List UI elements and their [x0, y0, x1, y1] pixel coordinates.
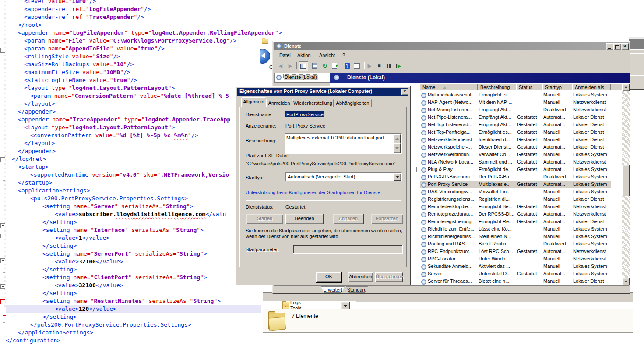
- table-row[interactable]: NAP-Agent (Netwo...Mit dem NAP-...Manuel…: [420, 99, 611, 106]
- fortsetzen-button[interactable]: Fortsetzen: [371, 214, 403, 224]
- table-cell: Gestartet: [516, 210, 542, 218]
- bottom-tab-standard[interactable]: Standard: [346, 286, 368, 293]
- menu-datei[interactable]: Datei: [278, 52, 292, 59]
- beschreibung-textarea[interactable]: Multiplexes external TCP/IP data on loca…: [285, 133, 402, 154]
- toolbar-forward-button[interactable]: ►: [286, 61, 295, 70]
- uebernehmen-button[interactable]: Übernehmen: [375, 272, 403, 282]
- toolbar-back-button[interactable]: ◄: [276, 61, 285, 70]
- toolbar-pause-button[interactable]: [384, 61, 393, 70]
- table-row[interactable]: Sekundäre Anmeld...Aktiviert das ...Manu…: [420, 263, 611, 270]
- table-row[interactable]: Remotedesktopdie...Ermöglicht Be...Gesta…: [420, 203, 611, 210]
- service-name-cell: Port Proxy Service: [420, 181, 478, 188]
- table-row[interactable]: Net.Pipe-Listenera...Empfängt Akt...Gest…: [420, 114, 611, 121]
- tab-allgemein[interactable]: Allgemein: [241, 97, 266, 107]
- table-row[interactable]: PnP-X-IP-Busenum...Der PnP-X-Bu...Deakti…: [420, 173, 611, 181]
- scroll-down-button[interactable]: [622, 278, 630, 285]
- table-cell: Lokales System: [572, 91, 611, 99]
- startparameter-input[interactable]: [293, 245, 403, 254]
- fold-collapse-icon[interactable]: [0, 157, 5, 162]
- toolbar-window-button[interactable]: [352, 61, 361, 70]
- fold-collapse-icon[interactable]: [0, 48, 5, 53]
- table-row[interactable]: Plug & PlayErmöglicht de...GestartetAuto…: [420, 166, 611, 173]
- folder-item-label[interactable]: Logs: [290, 301, 301, 305]
- table-row[interactable]: Server für Threads...Bietet eine n...Man…: [420, 277, 611, 285]
- tab-anmelden[interactable]: Anmelden: [266, 99, 292, 107]
- table-row[interactable]: Net.Tcp-Portfreiga...Ermöglicht es...Ges…: [420, 128, 611, 136]
- table-row[interactable]: Richtlinienergebniss...Stellt einen N...…: [420, 233, 611, 240]
- code-token: <appender: [18, 29, 49, 36]
- close-button[interactable]: ×: [621, 43, 629, 50]
- starten-button[interactable]: Starten: [246, 214, 283, 224]
- minimize-button[interactable]: [606, 43, 614, 50]
- anhalten-button[interactable]: Anhalten: [333, 214, 364, 224]
- table-row[interactable]: NetzwerklistendienstIdentifiziert d...Ge…: [420, 136, 611, 143]
- maximize-button[interactable]: [613, 43, 621, 50]
- beschreibung-scroll-down[interactable]: [394, 143, 401, 153]
- table-row[interactable]: RAS-Verbindungsv...Verwaltet Ein...Manue…: [420, 188, 611, 196]
- ok-button[interactable]: OK: [316, 272, 341, 282]
- table-row[interactable]: Netzwerkverbindun...Verwaltet Ob...Gesta…: [420, 151, 611, 158]
- table-row[interactable]: Registrierungsdiens...Registriert di...M…: [420, 196, 611, 203]
- table-row[interactable]: Multimediaklassenpl...Ermöglicht ei...Ma…: [420, 91, 611, 99]
- toolbar-restart-button[interactable]: ▶: [394, 61, 403, 70]
- table-row[interactable]: Net.Tcp-Listenerad...Empfängt Akt...Gest…: [420, 121, 611, 128]
- code-token: TraceAppender: [89, 14, 134, 20]
- table-row[interactable]: Richtlinie zum Entfe...Lässt eine Ko...M…: [420, 225, 611, 233]
- code-line: <conversionPattern value="%d [%t] %-5p %…: [30, 132, 198, 139]
- fold-collapse-icon[interactable]: [0, 223, 5, 228]
- code-token: true: [113, 77, 127, 83]
- menu-ansicht[interactable]: Ansicht: [317, 52, 337, 59]
- table-row[interactable]: Routing und RASBietet Routin...Deaktivie…: [420, 240, 611, 248]
- column-header-name[interactable]: Name: [420, 84, 478, 90]
- code-token: name=": [45, 45, 69, 52]
- table-row[interactable]: Net.Msmq-Listener...Empfängt Akt...Deakt…: [420, 106, 611, 114]
- startoptionen-link[interactable]: Unterstützung beim Konfigurieren der Sta…: [246, 190, 380, 195]
- services-titlebar[interactable]: Dienste ×: [274, 42, 629, 50]
- column-header-anmelden-als[interactable]: Anmelden als: [572, 84, 611, 90]
- column-header-starttyp[interactable]: Starttyp: [542, 84, 572, 90]
- table-row[interactable]: ServerUnterstützt D...GestartetAutomat..…: [420, 270, 611, 277]
- table-row[interactable]: NLA (Network Loca...Sammelt und ...Gesta…: [420, 158, 611, 166]
- fold-collapse-icon[interactable]: [0, 234, 5, 238]
- code-line: <supportedRuntime version="v4.0" sku=".N…: [30, 171, 229, 179]
- bottom-tab-erweitert[interactable]: Erweitert: [321, 286, 345, 293]
- beenden-button[interactable]: Beenden: [285, 214, 324, 224]
- table-row[interactable]: Netzwerkspeicher-...Dieser Dienst...Gest…: [420, 143, 611, 151]
- table-row[interactable]: RemoteregistrierungErmöglicht Re...Gesta…: [420, 218, 611, 225]
- toolbar-stop-button[interactable]: ■: [375, 61, 384, 70]
- column-header-status[interactable]: Status: [516, 84, 542, 90]
- menu-aktion[interactable]: Aktion: [296, 52, 313, 59]
- toolbar-help-button[interactable]: ?: [343, 61, 352, 70]
- starttyp-combobox[interactable]: Automatisch (Verzögerter Start): [285, 172, 402, 181]
- beschreibung-scroll-up[interactable]: [394, 134, 401, 144]
- dienstname-value[interactable]: PortProxyService: [285, 111, 324, 117]
- table-row[interactable]: Port Proxy ServiceMultiplexes e...Gestar…: [420, 181, 611, 188]
- table-row[interactable]: Remoteprozedurau...Der RPCSS-Di...Gestar…: [420, 210, 611, 218]
- column-header-beschreibung[interactable]: Beschreibung: [478, 84, 516, 90]
- abbrechen-button[interactable]: Abbrechen: [348, 272, 373, 282]
- toolbar-export-button[interactable]: [330, 61, 339, 70]
- scrollbar-thumb[interactable]: [622, 165, 630, 196]
- explorer-back-button[interactable]: [260, 49, 270, 64]
- starttyp-dropdown-button[interactable]: [394, 173, 401, 181]
- table-scrollbar[interactable]: [622, 84, 630, 285]
- fold-collapse-icon[interactable]: [0, 284, 5, 289]
- menu-help[interactable]: ?: [341, 52, 347, 59]
- table-row[interactable]: RPC-LocatorUnter Windo...ManuellNetzwerk…: [420, 255, 611, 263]
- toolbar-console-tree-button[interactable]: [299, 61, 308, 71]
- dialog-close-button[interactable]: ×: [401, 89, 408, 95]
- toolbar-start-button[interactable]: ▶: [365, 61, 374, 70]
- table-row[interactable]: RPC-Endpunktzuor...Löst RPC-Sch...Gestar…: [420, 248, 611, 255]
- table-cell: Manuell: [542, 128, 572, 136]
- toolbar-refresh-button[interactable]: ↻: [320, 61, 329, 70]
- tab-abhängigkeiten[interactable]: Abhängigkeiten: [334, 99, 372, 107]
- tab-wiederherstellung[interactable]: Wiederherstellung: [292, 99, 334, 107]
- code-token: String: [179, 274, 200, 281]
- toolbar-list-button[interactable]: [310, 61, 319, 70]
- fold-collapse-icon[interactable]: [0, 258, 5, 263]
- tree-node-dienste-lokal[interactable]: Dienste (Lokal): [284, 75, 318, 80]
- pane-divider-handle[interactable]: [416, 167, 417, 172]
- bottom-tab-strip: ErweitertStandard: [274, 285, 629, 293]
- dialog-titlebar[interactable]: Eigenschaften von Port Proxy Service (Lo…: [237, 88, 408, 96]
- scroll-up-button[interactable]: [622, 84, 630, 91]
